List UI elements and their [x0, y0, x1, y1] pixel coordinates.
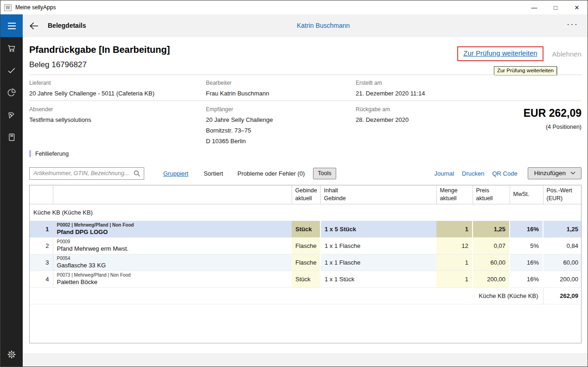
field-bearbeiter: Bearbeiter Frau Katrin Buschmann [206, 80, 269, 97]
table-row[interactable]: 3 P0054 Gasflasche 33 KG Flasche 1 x 1 F… [30, 254, 582, 271]
tag-label: Fehllieferung [35, 151, 69, 157]
col-header-mwst[interactable]: MwSt. [510, 185, 543, 204]
window-controls: — □ ✕ [524, 0, 588, 14]
hamburger-menu-button[interactable] [0, 14, 23, 37]
forward-highlight-box: Zur Prüfung weiterleiten [457, 46, 543, 61]
maximize-button[interactable]: □ [545, 0, 566, 14]
col-header-pos-wert[interactable]: Pos.-Wert (EUR) [543, 185, 582, 204]
tag-color-bar [29, 150, 31, 157]
field-label: Rückgabe am [356, 106, 409, 113]
article-code: P0009 [57, 239, 288, 245]
minimize-button[interactable]: — [524, 0, 545, 14]
gear-icon[interactable] [0, 343, 23, 366]
menge-cell[interactable]: 1 [436, 221, 473, 237]
chevron-down-icon [570, 171, 575, 175]
article-cell: P0054 Gasflasche 33 KG [53, 254, 292, 271]
cart-icon[interactable] [0, 37, 23, 59]
gebinde-cell[interactable]: Stück [292, 221, 320, 237]
table-row[interactable]: 1 P0002 | Mehrweg/Pfand | Non Food Pfand… [30, 221, 582, 237]
field-lieferant: Lieferant 20 Jahre Selly Challenge - 501… [29, 80, 154, 97]
sortiert-link[interactable]: Sortiert [204, 170, 223, 177]
article-name: Pfand DPG LOGO [57, 228, 288, 236]
search-icon[interactable] [133, 170, 141, 179]
field-label: Bearbeiter [206, 80, 269, 86]
app-icon: W [4, 4, 12, 11]
app-icon-letter: W [6, 5, 10, 10]
back-arrow-icon [28, 21, 39, 31]
col-header-menge[interactable]: Menge aktuell [436, 185, 473, 204]
field-label: Empfänger [206, 106, 273, 113]
search-box [29, 167, 144, 180]
empfaenger-line: D 10365 Berlin [206, 138, 273, 145]
user-link[interactable]: Katrin Buschmann [297, 22, 350, 29]
check-icon[interactable] [0, 59, 23, 82]
row-number: 2 [30, 237, 53, 254]
app-window: W Meine sellyApps — □ ✕ Belegdetails Kat… [0, 0, 588, 367]
menge-cell[interactable]: 1 [436, 254, 473, 271]
pizza-icon[interactable] [0, 104, 23, 126]
field-value: Testfirma sellysolutions [29, 116, 91, 123]
hinzufuegen-button[interactable]: Hinzufügen [528, 167, 582, 179]
field-label: Absender [29, 106, 91, 113]
drucken-link[interactable]: Drucken [462, 170, 484, 177]
group-header-label: Küche KB (Küche KB) [30, 204, 582, 221]
pie-chart-icon[interactable] [0, 82, 23, 104]
more-options-button[interactable]: ··· [567, 19, 578, 29]
row-number: 1 [30, 221, 53, 237]
document-number: Beleg 16796827 [29, 60, 87, 70]
preis-cell[interactable]: 0,07 [473, 237, 510, 254]
inhalt-cell: 1 x 1 Flasche [320, 237, 436, 254]
footer-strip [23, 353, 588, 367]
article-cell: P0002 | Mehrweg/Pfand | Non Food Pfand D… [53, 221, 292, 237]
document-title: Pfandrückgabe [In Bearbeitung] [29, 44, 170, 55]
article-cell: P0009 Pfand Mehrweg erm Mwst. [53, 237, 292, 254]
row-number: 3 [30, 254, 53, 271]
search-input[interactable] [29, 167, 144, 180]
divider [29, 101, 582, 101]
table-row[interactable]: 4 P0073 | Mehrweg/Pfand | Non Food Palet… [30, 271, 582, 287]
total-amount: EUR 262,09 [524, 107, 582, 120]
table-row[interactable]: 2 P0009 Pfand Mehrweg erm Mwst. Flasche … [30, 237, 582, 254]
reject-button[interactable]: Ablehnen [552, 50, 582, 58]
book-icon[interactable] [0, 126, 23, 148]
topbar: Belegdetails Katrin Buschmann ··· [0, 14, 588, 37]
back-button[interactable] [28, 21, 39, 31]
col-header-preis[interactable]: Preis aktuell [473, 185, 510, 204]
menge-cell[interactable]: 1 [436, 271, 473, 287]
positions-count: (4 Positionen) [524, 124, 582, 130]
col-header-gebinde[interactable]: Gebinde aktuell [292, 185, 320, 204]
inhalt-cell: 1 x 5 Stück [320, 221, 436, 237]
field-value: 21. Dezember 2020 11:14 [356, 90, 425, 97]
menge-cell[interactable]: 12 [436, 237, 473, 254]
pos-wert-cell: 200,00 [543, 271, 582, 287]
mwst-cell: 16% [510, 254, 543, 271]
forward-tooltip: Zur Prüfung weiterleiten [494, 66, 557, 75]
inhalt-cell: 1 x 1 Flasche [320, 254, 436, 271]
field-value: 28. Dezember 2020 [356, 116, 409, 123]
field-label: Erstellt am [356, 80, 425, 86]
probleme-fehler-link[interactable]: Probleme oder Fehler (0) [237, 170, 305, 177]
fehllieferung-tag: Fehllieferung [29, 150, 69, 157]
col-header-inhalt[interactable]: Inhalt Gebinde [320, 185, 436, 204]
forward-for-review-link[interactable]: Zur Prüfung weiterleiten [463, 49, 537, 57]
preis-cell[interactable]: 1,25 [473, 221, 510, 237]
tools-button[interactable]: Tools [313, 168, 336, 179]
journal-link[interactable]: Journal [434, 170, 454, 177]
article-name: Pfand Mehrweg erm Mwst. [57, 245, 288, 253]
preis-cell[interactable]: 200,00 [473, 271, 510, 287]
field-value: 20 Jahre Selly Challenge - 5011 (Cafeter… [29, 90, 154, 97]
gebinde-cell[interactable]: Flasche [292, 254, 320, 271]
page-title: Belegdetails [48, 22, 86, 29]
gebinde-cell[interactable]: Stück [292, 271, 320, 287]
mwst-cell: 5% [510, 237, 543, 254]
article-code: P0054 [57, 255, 288, 261]
group-footer-row: Küche KB (Küche KB) 262,09 [30, 287, 582, 304]
preis-cell[interactable]: 60,00 [473, 254, 510, 271]
empfaenger-line: Bornitzstr. 73–75 [206, 127, 273, 134]
article-code: P0073 | Mehrweg/Pfand | Non Food [57, 272, 288, 278]
gebinde-cell[interactable]: Flasche [292, 237, 320, 254]
hamburger-icon [8, 23, 16, 24]
gruppiert-link[interactable]: Gruppiert [163, 170, 188, 177]
qr-code-link[interactable]: QR Code [492, 170, 517, 177]
close-button[interactable]: ✕ [566, 0, 588, 14]
